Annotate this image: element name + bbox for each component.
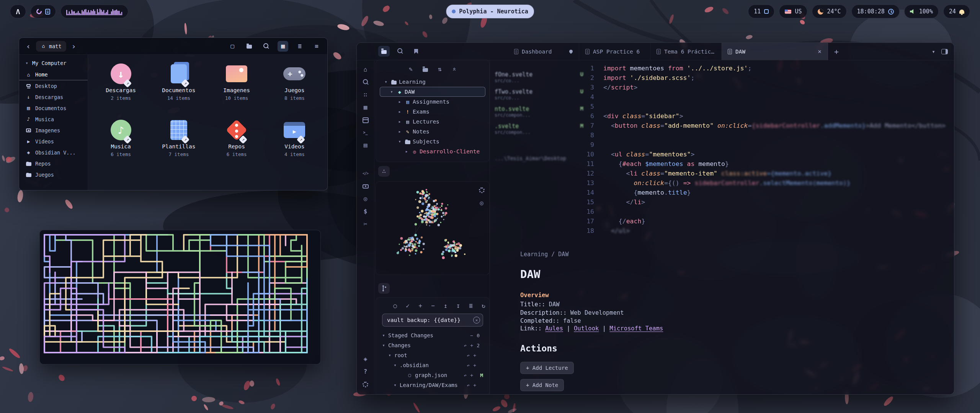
currency-icon[interactable] xyxy=(362,208,369,215)
sidebar-item[interactable]: Musica xyxy=(19,114,88,125)
sidebar-item[interactable]: Videos xyxy=(19,136,88,147)
files-view-icon[interactable] xyxy=(378,46,390,57)
new-tab-button[interactable]: + xyxy=(828,43,845,60)
editor-pane[interactable]: fOne.svelte U src/co... fTwo.svelte U sr… xyxy=(490,60,954,394)
snippets-icon[interactable] xyxy=(362,220,369,228)
discard-icon[interactable]: ↶ xyxy=(464,343,467,348)
git-change-row[interactable]: ▾ root ↶ + − xyxy=(378,350,487,360)
canvas-icon[interactable] xyxy=(362,104,369,111)
clock-widget[interactable]: 18:08:28 xyxy=(851,5,900,18)
search-icon[interactable] xyxy=(362,78,369,86)
folder-item[interactable]: → Descargas 2 items xyxy=(92,62,150,101)
tree-item[interactable]: ▾ Subjects xyxy=(380,137,485,146)
vault-switcher-icon[interactable] xyxy=(362,355,369,363)
note-breadcrumb[interactable]: Learning / DAW xyxy=(520,251,568,258)
sidebar-item[interactable]: Descargas xyxy=(19,91,88,102)
graph-focus-icon[interactable] xyxy=(478,199,485,207)
commit-icon[interactable] xyxy=(391,302,399,310)
code-icon[interactable] xyxy=(362,170,369,177)
now-playing-widget[interactable]: Polyphia - Neurotica xyxy=(446,5,534,18)
sidebar-item[interactable]: Obsidian V... xyxy=(19,147,88,158)
graph-canvas[interactable] xyxy=(376,182,490,275)
folder-item[interactable]: → Documentos 14 items xyxy=(150,62,207,101)
breadcrumb[interactable]: matt xyxy=(36,41,66,52)
settings-icon[interactable] xyxy=(362,380,369,388)
discard-icon[interactable]: ↶ xyxy=(467,363,470,368)
updates-widget[interactable]: 11 xyxy=(748,5,774,18)
graph-view-panel[interactable] xyxy=(376,181,490,275)
unstage-icon[interactable]: − xyxy=(470,333,473,338)
git-change-row[interactable]: ▾ .obsidian ↶ + − xyxy=(378,360,487,370)
menu-icon[interactable] xyxy=(311,41,322,52)
keyboard-layout-widget[interactable]: US xyxy=(779,5,807,18)
calendar-icon[interactable] xyxy=(362,116,369,124)
toggle-right-sidebar-icon[interactable] xyxy=(941,49,948,54)
tab[interactable]: DAW × xyxy=(722,43,828,60)
tree-item[interactable]: ▸ Desarrollo-Cliente xyxy=(380,146,485,156)
tab-close-icon[interactable]: × xyxy=(818,48,822,55)
unstage-all-icon[interactable] xyxy=(429,302,437,310)
discard-icon[interactable]: ↶ xyxy=(467,353,470,358)
grid-view-icon[interactable] xyxy=(278,41,288,52)
folder-item[interactable]: → Imagenes 10 items xyxy=(208,62,265,101)
sidebar-section-header[interactable]: ▾ My Computer xyxy=(19,59,88,69)
tree-item[interactable]: ▾ DAW xyxy=(380,87,485,97)
tree-item[interactable]: ▸ Lectures xyxy=(380,117,485,127)
book-icon[interactable] xyxy=(362,141,369,149)
stage-icon[interactable]: + xyxy=(473,382,476,388)
note-link[interactable]: Aules xyxy=(545,325,563,332)
search-icon[interactable] xyxy=(261,41,271,52)
home-icon[interactable] xyxy=(362,66,369,73)
stage-all-icon[interactable] xyxy=(416,302,424,310)
refresh-icon[interactable] xyxy=(480,302,487,310)
back-button[interactable]: ‹ xyxy=(24,42,32,51)
tree-item[interactable]: ▸ Exams xyxy=(380,107,485,117)
git-change-row[interactable]: ▾ Learning/DAW/Exams ↶ + − xyxy=(378,380,487,390)
sidebar-item[interactable]: Imagenes xyxy=(19,125,88,136)
discard-icon[interactable]: ↶ xyxy=(464,372,467,378)
note-link[interactable]: Outlook xyxy=(574,325,599,332)
collapse-all-icon[interactable] xyxy=(451,65,458,73)
list-view-icon[interactable] xyxy=(294,41,305,52)
git-change-row[interactable]: ▾ Changes ↶ + − 2 xyxy=(378,340,487,350)
tab-pin-icon[interactable] xyxy=(568,49,573,54)
discard-icon[interactable]: ↶ xyxy=(467,382,470,388)
clear-message-icon[interactable]: × xyxy=(473,317,480,324)
new-folder-icon[interactable] xyxy=(244,41,255,52)
new-folder-icon[interactable] xyxy=(421,65,429,73)
pull-icon[interactable] xyxy=(454,302,462,310)
stage-icon[interactable]: + xyxy=(473,353,476,358)
stage-icon[interactable]: + xyxy=(470,343,473,348)
folder-item[interactable]: → Plantillas 7 items xyxy=(150,119,207,157)
action-button[interactable]: + Add Note xyxy=(520,379,564,391)
file-manager-titlebar[interactable]: ‹ matt › xyxy=(19,38,327,55)
note-link[interactable]: Microsoft Teams xyxy=(609,325,663,332)
search-view-icon[interactable] xyxy=(394,46,406,57)
tab[interactable]: Dashboard × xyxy=(508,43,579,60)
help-icon[interactable] xyxy=(362,368,369,376)
sidebar-item[interactable]: Desktop xyxy=(19,80,88,91)
check-icon[interactable] xyxy=(404,302,412,310)
git-change-row[interactable]: ▾ Staged Changes ↶ + − 0 xyxy=(378,330,487,340)
launcher-button[interactable]: Λ xyxy=(10,5,26,18)
git-panel-tab[interactable] xyxy=(378,283,390,294)
terminal-icon[interactable] xyxy=(362,129,369,137)
tree-item[interactable]: ▸ Assignments xyxy=(380,97,485,107)
graph-settings-icon[interactable] xyxy=(478,186,485,194)
wallpaper-icon[interactable] xyxy=(227,41,238,52)
sidebar-item[interactable]: Documentos xyxy=(19,102,88,114)
sidebar-item[interactable]: Repos xyxy=(19,158,88,169)
sort-icon[interactable] xyxy=(436,65,444,73)
stage-icon[interactable]: + xyxy=(470,372,473,378)
workspace-widget[interactable] xyxy=(31,5,56,18)
weather-widget[interactable]: 24°C xyxy=(812,5,846,18)
folder-item[interactable]: → Videos 4 items xyxy=(266,119,323,157)
forward-button[interactable]: › xyxy=(70,42,78,51)
stage-icon[interactable]: + xyxy=(473,363,476,368)
tab[interactable]: Tema 6 Prácticas -... × xyxy=(650,43,722,60)
sidebar-item[interactable]: Home xyxy=(19,69,88,80)
volume-widget[interactable]: 100% xyxy=(904,5,939,18)
tab-list-chevron-icon[interactable]: ▾ xyxy=(932,48,935,55)
action-button[interactable]: + Add Lecture xyxy=(520,362,574,374)
sidebar-item[interactable]: Juegos xyxy=(19,169,88,180)
